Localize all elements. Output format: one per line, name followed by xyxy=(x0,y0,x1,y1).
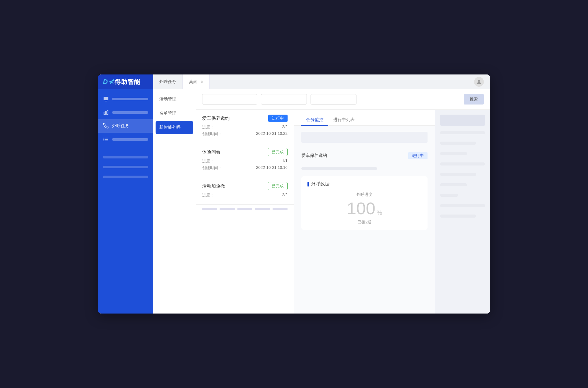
filter-input-1[interactable] xyxy=(202,94,257,105)
sidebar-label-bar-4 xyxy=(112,138,148,141)
submenu: 活动管理 名单管理 新智能外呼 xyxy=(153,89,196,314)
monitor-row: 爱车保养邀约 进行中 xyxy=(301,148,428,164)
task-meta-progress-2: 进度： 1/1 xyxy=(202,158,288,164)
sidebar-label-bar-2 xyxy=(112,111,148,114)
svg-point-11 xyxy=(104,139,104,140)
task-name-1: 爱车保养邀约 xyxy=(202,116,230,121)
app-logo: D≮得助智能 xyxy=(98,74,153,89)
progress-label: 外呼进度 xyxy=(307,192,421,197)
monitor-task-status: 进行中 xyxy=(408,152,428,159)
filter-input-2[interactable] xyxy=(261,94,307,105)
submenu-smart-call[interactable]: 新智能外呼 xyxy=(156,121,193,134)
sidebar-item-list[interactable] xyxy=(98,133,153,146)
tab-outbound[interactable]: 外呼任务 xyxy=(153,74,183,89)
sidebar-item-extra1[interactable] xyxy=(98,152,153,162)
sidebar-item-extra2[interactable] xyxy=(98,162,153,172)
tab-desktop[interactable]: 桌面 × xyxy=(183,74,210,89)
logo-dz: D≮ xyxy=(103,78,114,86)
sidebar-item-monitor[interactable] xyxy=(98,92,153,106)
task-name-3: 活动加企微 xyxy=(202,183,225,189)
task-meta-progress-1: 进度： 2/2 xyxy=(202,124,288,130)
sidebar-item-chart[interactable] xyxy=(98,106,153,119)
progress-value-row: 100 % xyxy=(307,200,421,217)
svg-point-0 xyxy=(478,80,480,82)
page-dot-4 xyxy=(255,208,270,210)
main-area: 外呼任务 xyxy=(98,89,490,314)
tab-bar: D≮得助智能 外呼任务 桌面 × xyxy=(98,74,490,89)
content-area: 搜索 爱车保养邀约 进行中 进度： 2/2 xyxy=(196,89,490,314)
section-title: 外呼数据 xyxy=(307,181,421,187)
tab-running-list[interactable]: 进行中列表 xyxy=(328,115,360,126)
progress-value: 100 xyxy=(347,199,375,218)
detail-header-placeholder xyxy=(301,132,428,143)
sidebar-call-label: 外呼任务 xyxy=(112,123,129,129)
task-meta-created-1: 创建时间： 2022-10-21 10:22 xyxy=(202,131,288,137)
app-window: D≮得助智能 外呼任务 桌面 × xyxy=(98,74,490,314)
progress-unit: % xyxy=(377,209,382,216)
svg-point-10 xyxy=(104,138,104,139)
page-dot-2 xyxy=(220,208,235,210)
right-placeholder-panel xyxy=(435,110,490,314)
page-dot-3 xyxy=(237,208,252,210)
task-meta-created-2: 创建时间： 2022-10-21 10:16 xyxy=(202,165,288,171)
svg-rect-6 xyxy=(107,110,108,115)
two-panel: 爱车保养邀约 进行中 进度： 2/2 创建时间： 2022-10-21 10:2… xyxy=(196,110,490,314)
list-icon xyxy=(103,136,109,143)
tab-task-monitor[interactable]: 任务监控 xyxy=(301,115,328,126)
task-header-1: 爱车保养邀约 进行中 xyxy=(202,115,288,122)
sidebar-label-bar xyxy=(112,98,148,100)
filter-bar: 搜索 xyxy=(196,89,490,110)
page-dot-1 xyxy=(202,208,217,210)
call-icon xyxy=(103,123,109,129)
task-card-1[interactable]: 爱车保养邀约 进行中 进度： 2/2 创建时间： 2022-10-21 10:2… xyxy=(196,110,294,143)
task-status-1: 进行中 xyxy=(268,115,288,122)
task-card-3[interactable]: 活动加企微 已完成 进度： 2/2 xyxy=(196,177,294,204)
svg-rect-4 xyxy=(104,112,105,115)
monitor-icon xyxy=(103,96,109,102)
svg-point-12 xyxy=(104,141,104,141)
search-button[interactable]: 搜索 xyxy=(464,94,484,105)
task-list-panel: 爱车保养邀约 进行中 进度： 2/2 创建时间： 2022-10-21 10:2… xyxy=(196,110,294,314)
outbound-data-section: 外呼数据 外呼进度 100 % 已拨2通 xyxy=(301,176,428,230)
svg-rect-5 xyxy=(106,111,107,115)
task-meta-progress-3: 进度： 2/2 xyxy=(202,192,288,198)
detail-content: 爱车保养邀约 进行中 外呼数据 外呼进度 xyxy=(294,126,435,314)
user-avatar[interactable] xyxy=(474,77,484,87)
task-name-2: 体验问卷 xyxy=(202,149,221,155)
submenu-list-mgmt[interactable]: 名单管理 xyxy=(153,106,196,120)
detail-panel: 任务监控 进行中列表 爱车保养邀约 进行中 xyxy=(294,110,435,314)
close-tab-icon[interactable]: × xyxy=(201,79,203,84)
task-status-2: 已完成 xyxy=(268,148,288,156)
sidebar-item-extra3[interactable] xyxy=(98,172,153,182)
monitor-task-name: 爱车保养邀约 xyxy=(301,153,327,158)
placeholder-bar-1 xyxy=(301,167,377,170)
task-header-3: 活动加企微 已完成 xyxy=(202,182,288,190)
detail-tabs: 任务监控 进行中列表 xyxy=(294,110,435,126)
sidebar-item-call[interactable]: 外呼任务 xyxy=(98,119,153,133)
filter-input-3[interactable] xyxy=(311,94,356,105)
task-status-3: 已完成 xyxy=(268,182,288,190)
called-label: 已拨2通 xyxy=(307,219,421,225)
list-footer xyxy=(196,204,294,213)
logo-name: 得助智能 xyxy=(115,78,140,85)
task-card-2[interactable]: 体验问卷 已完成 进度： 1/1 创建时间： 2022-10-21 10:16 xyxy=(196,143,294,177)
chart-icon xyxy=(103,109,109,116)
svg-rect-1 xyxy=(104,97,108,100)
sidebar: 外呼任务 xyxy=(98,89,153,314)
task-header-2: 体验问卷 已完成 xyxy=(202,148,288,156)
title-bar-icon xyxy=(307,182,309,187)
page-dot-5 xyxy=(273,208,288,210)
tab-items: 外呼任务 桌面 × xyxy=(153,74,474,89)
submenu-activity-mgmt[interactable]: 活动管理 xyxy=(153,92,196,106)
